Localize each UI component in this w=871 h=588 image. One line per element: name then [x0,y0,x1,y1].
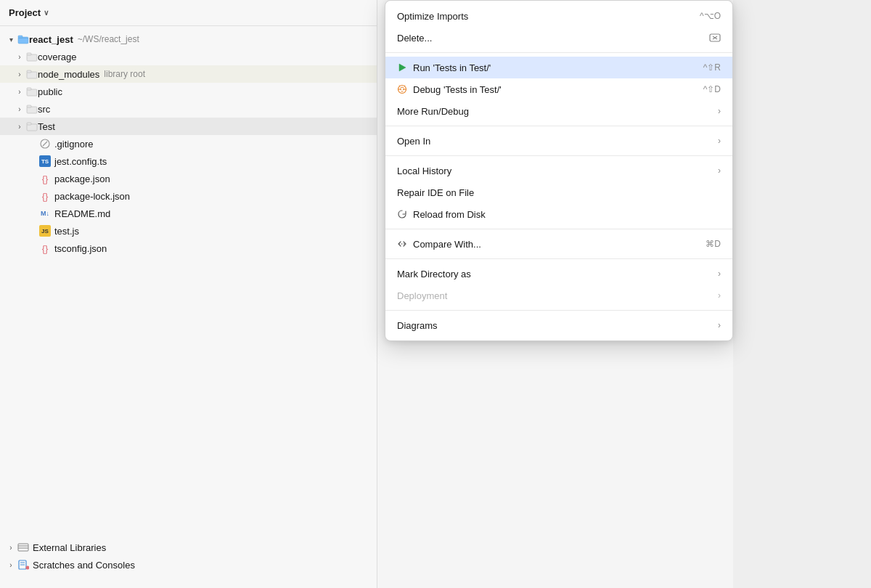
tree-item-tsconfig[interactable]: {} tsconfig.json [0,240,377,257]
jest-config-label: jest.config.ts [54,156,107,167]
tree-item-jest-config[interactable]: TS jest.config.ts [0,152,377,170]
test-chevron-icon [15,121,25,131]
svg-rect-6 [27,89,37,96]
reload-disk-label: Reload from Disk [397,209,486,220]
node-modules-tag: library root [104,69,145,79]
divider-5 [385,258,732,259]
svg-rect-2 [27,54,37,61]
tree-item-test-js[interactable]: JS test.js [0,222,377,240]
tree-item-gitignore[interactable]: .gitignore [0,135,377,152]
coverage-chevron-icon [15,52,25,62]
optimize-imports-label: Optimize Imports [397,11,468,22]
run-shortcut: ^⇧R [703,62,721,73]
tree-item-test[interactable]: Test [0,118,377,135]
test-js-label: test.js [54,226,79,237]
tree-root[interactable]: react_jest ~/WS/react_jest [0,30,377,48]
tree-item-public[interactable]: public [0,83,377,100]
js-file-icon: JS [39,225,51,237]
coverage-folder-icon [26,52,38,62]
svg-rect-3 [27,53,31,55]
divider-4 [385,229,732,229]
diagrams-arrow-icon: › [718,320,721,330]
svg-rect-8 [27,107,37,113]
debug-label: Debug 'Tests in Test/' [397,84,502,95]
divider-6 [385,310,732,311]
mark-directory-label: Mark Directory as [397,269,471,279]
menu-item-reload-disk[interactable]: Reload from Disk [385,203,732,225]
run-label: Run 'Tests in Test/' [397,62,491,73]
menu-item-diagrams[interactable]: Diagrams › [385,314,732,336]
menu-item-mark-directory[interactable]: Mark Directory as › [385,263,732,285]
panel-header[interactable]: Project ∨ [0,0,377,26]
svg-marker-24 [399,64,406,71]
svg-line-13 [43,142,47,146]
more-run-label: More Run/Debug [397,106,469,117]
delete-shortcut [709,33,721,43]
readme-label: README.md [54,208,110,219]
divider-2 [385,126,732,126]
menu-item-run[interactable]: Run 'Tests in Test/' ^⇧R [385,57,732,78]
repair-ide-label: Repair IDE on File [397,187,474,198]
src-folder-icon [26,104,38,114]
svg-rect-5 [27,70,31,73]
ext-libs-chevron-icon [6,542,16,552]
package-lock-label: package-lock.json [54,191,130,202]
menu-item-repair-ide[interactable]: Repair IDE on File [385,181,732,203]
menu-item-deployment[interactable]: Deployment › [385,285,732,306]
node-modules-label: node_modules [38,69,99,80]
svg-rect-10 [27,124,37,131]
root-label: react_jest [29,34,73,45]
src-chevron-icon [15,104,25,114]
tsconfig-icon: {} [39,242,51,254]
test-label: Test [38,121,55,132]
menu-item-local-history[interactable]: Local History › [385,160,732,181]
reload-icon [397,209,407,219]
tree-item-coverage[interactable]: coverage [0,48,377,65]
debug-icon [397,84,407,94]
panel-footer: External Libraries Scratches and Console… [0,539,377,573]
compare-with-shortcut: ⌘D [706,239,721,249]
local-history-arrow-icon: › [718,166,721,176]
gitignore-label: .gitignore [54,139,93,150]
tree-item-package-json[interactable]: {} package.json [0,170,377,187]
node-modules-folder-icon [26,69,38,79]
scratches-icon [17,560,29,570]
tree-item-node-modules[interactable]: node_modules library root [0,65,377,83]
tree-item-package-lock[interactable]: {} package-lock.json [0,187,377,205]
menu-item-delete[interactable]: Delete... [385,27,732,49]
menu-item-more-run[interactable]: More Run/Debug › [385,100,732,122]
md-file-icon: M↓ [39,208,51,219]
node-modules-chevron-icon [15,69,25,79]
deployment-label: Deployment [397,290,447,301]
deployment-arrow-icon: › [718,290,721,301]
svg-rect-1 [18,36,23,38]
root-path: ~/WS/react_jest [78,34,139,44]
json-file-icon: {} [39,173,51,184]
optimize-imports-shortcut: ^⌥O [700,11,721,21]
tree-item-src[interactable]: src [0,100,377,118]
more-run-arrow-icon: › [718,106,721,116]
debug-shortcut: ^⇧D [703,84,721,94]
panel-chevron-icon: ∨ [44,9,49,17]
file-tree: react_jest ~/WS/react_jest coverage node… [0,26,377,261]
test-folder-icon [26,121,38,131]
svg-rect-7 [27,88,31,90]
menu-item-compare-with[interactable]: Compare With... ⌘D [385,233,732,255]
project-panel: Project ∨ react_jest ~/WS/react_jest cov… [0,0,377,588]
coverage-label: coverage [38,52,76,62]
public-label: public [38,86,62,97]
tree-item-readme[interactable]: M↓ README.md [0,205,377,222]
panel-title: Project [9,7,41,18]
menu-item-open-in[interactable]: Open In › [385,130,732,152]
gitignore-icon [39,138,51,150]
context-menu: Optimize Imports ^⌥O Delete... Run 'Test… [385,0,733,341]
compare-with-label: Compare With... [397,239,481,250]
tree-item-scratches[interactable]: Scratches and Consoles [0,556,377,573]
svg-rect-9 [27,105,31,107]
compare-icon [397,239,407,249]
ext-libraries-label: External Libraries [33,542,106,553]
root-chevron-icon [6,34,16,44]
menu-item-debug[interactable]: Debug 'Tests in Test/' ^⇧D [385,78,732,100]
menu-item-optimize-imports[interactable]: Optimize Imports ^⌥O [385,5,732,27]
tree-item-ext-libraries[interactable]: External Libraries [0,539,377,556]
